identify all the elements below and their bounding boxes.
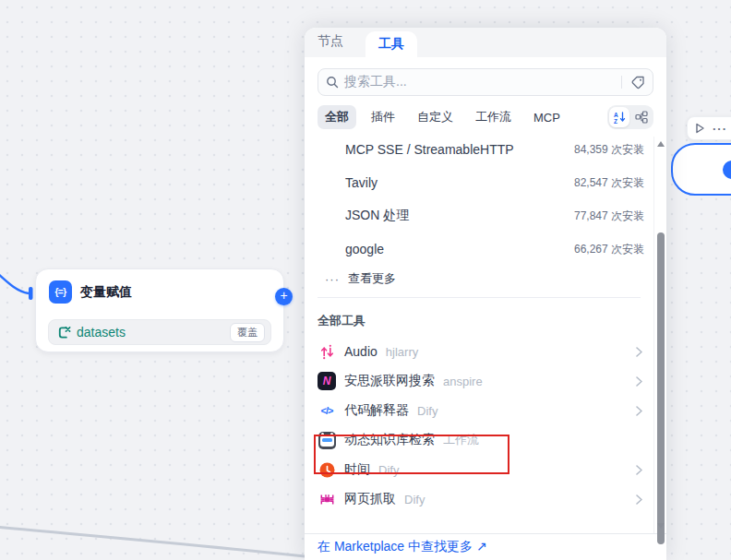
tool-name: 安思派联网搜索 (344, 373, 435, 389)
overwrite-badge: 覆盖 (230, 323, 265, 342)
tool-name: JSON 处理 (345, 208, 574, 224)
variable-name: datasets (77, 325, 225, 340)
install-count: 77,847 次安装 (574, 209, 644, 224)
variable-assigner-node[interactable]: {=} 变量赋值 + datasets 覆盖 (35, 268, 284, 352)
search-input[interactable]: 搜索工具... (318, 68, 653, 96)
panel-scrollbar[interactable] (653, 137, 666, 533)
edge-blue (0, 272, 29, 293)
section-divider (318, 297, 641, 298)
filter-plugins[interactable]: 插件 (364, 105, 402, 129)
chevron-right-icon (636, 494, 642, 505)
tab-nodes[interactable]: 节点 (318, 33, 354, 57)
featured-tool-row[interactable]: MCP SSE / StreamableHTTP 84,359 次安装 (305, 133, 653, 166)
chevron-right-icon (636, 465, 642, 475)
tool-row-audio[interactable]: Audio hjlarry (305, 337, 653, 366)
tree-view-icon[interactable] (631, 107, 652, 127)
play-icon[interactable] (695, 123, 705, 134)
install-count: 84,359 次安装 (574, 142, 644, 158)
more-actions-icon[interactable]: ··· (713, 122, 727, 136)
edge-blue-endcap (29, 287, 33, 300)
variable-row[interactable]: datasets 覆盖 (48, 319, 271, 345)
view-more-button[interactable]: ··· 查看更多 (305, 266, 653, 292)
variable-bracket-icon (56, 325, 72, 340)
tool-name: 代码解释器 (344, 402, 409, 419)
featured-tool-row[interactable]: google 66,267 次安装 (305, 232, 653, 266)
panel-tabbar: 节点 工具 (305, 28, 666, 57)
scrollbar-down-arrow[interactable] (657, 523, 665, 529)
add-next-node-button[interactable]: + (275, 288, 293, 305)
search-divider (621, 76, 622, 89)
svg-text:A: A (614, 112, 618, 118)
featured-tool-row[interactable]: Tavily 82,547 次安装 (305, 166, 653, 199)
code-icon: </> (318, 401, 336, 420)
robot-icon (318, 431, 336, 449)
tool-author: Dify (404, 493, 425, 506)
spider-icon (318, 490, 336, 508)
tool-name: Audio (344, 344, 377, 359)
clock-icon (318, 460, 336, 479)
tool-name: google (345, 242, 574, 256)
filter-mcp[interactable]: MCP (526, 107, 568, 128)
tool-row-web-scraper[interactable]: 网页抓取 Dify (305, 484, 653, 514)
tool-author: Dify (378, 463, 399, 477)
chevron-right-icon (636, 347, 642, 357)
tools-list: MCP SSE / StreamableHTTP 84,359 次安装 Tavi… (305, 133, 653, 514)
search-icon (326, 76, 339, 89)
view-toggle: A Z (607, 105, 653, 129)
filter-custom[interactable]: 自定义 (410, 105, 461, 129)
view-more-label: 查看更多 (348, 270, 396, 287)
variable-assigner-icon: {=} (49, 280, 72, 304)
install-count: 66,267 次安装 (574, 242, 644, 257)
tool-author: Dify (417, 404, 437, 418)
tool-author: hjlarry (386, 345, 418, 359)
tab-tools[interactable]: 工具 (366, 31, 417, 57)
section-title: 全部工具 (305, 304, 653, 337)
ellipsis-icon: ··· (325, 272, 340, 286)
panel-footer: 在 Marketplace 中查找更多 ↗ (305, 533, 666, 560)
node-mini-toolbar[interactable]: ··· (687, 116, 731, 140)
filter-workflow[interactable]: 工作流 (468, 105, 519, 129)
tool-row-anspire[interactable]: N 安思派联网搜索 anspire (305, 366, 653, 396)
tool-type-tag: 工作流 (443, 432, 479, 448)
featured-tool-row[interactable]: JSON 处理 77,847 次安装 (305, 199, 653, 232)
tag-filter-icon[interactable] (631, 76, 645, 89)
scrollbar-up-arrow[interactable] (657, 141, 665, 147)
tool-row-time[interactable]: 时间 Dify (305, 455, 653, 484)
chevron-right-icon (636, 406, 642, 416)
edge-gray (0, 527, 314, 557)
svg-text:Z: Z (614, 118, 617, 125)
tool-name: 时间 (344, 461, 370, 478)
tool-row-code-interpreter[interactable]: </> 代码解释器 Dify (305, 396, 653, 425)
marketplace-link[interactable]: 在 Marketplace 中查找更多 ↗ (318, 539, 487, 555)
node-title: 变量赋值 (80, 284, 132, 301)
tool-author: anspire (443, 375, 483, 388)
tool-name: Tavily (345, 175, 574, 190)
sort-az-icon[interactable]: A Z (609, 107, 629, 127)
tool-row-dynamic-knowledge-retrieval[interactable]: 动态知识库检索 工作流 (305, 425, 653, 455)
tool-name: MCP SSE / StreamableHTTP (345, 142, 574, 157)
chevron-right-icon (636, 376, 642, 387)
audio-icon (318, 342, 336, 361)
workflow-canvas[interactable]: { "canvas": { "node": { "icon_glyph": "{… (0, 0, 731, 560)
tools-panel: 节点 工具 搜索工具... 全部 插件 自定义 工作流 MCP A Z (305, 28, 666, 560)
tool-name: 动态知识库检索 (344, 432, 435, 448)
anspire-icon: N (318, 372, 336, 390)
install-count: 82,547 次安装 (574, 175, 644, 191)
tool-name: 网页抓取 (344, 491, 396, 507)
filter-row: 全部 插件 自定义 工作流 MCP A Z (318, 105, 653, 129)
search-placeholder: 搜索工具... (344, 74, 616, 90)
scrollbar-thumb[interactable] (657, 232, 665, 544)
filter-all[interactable]: 全部 (318, 105, 356, 129)
